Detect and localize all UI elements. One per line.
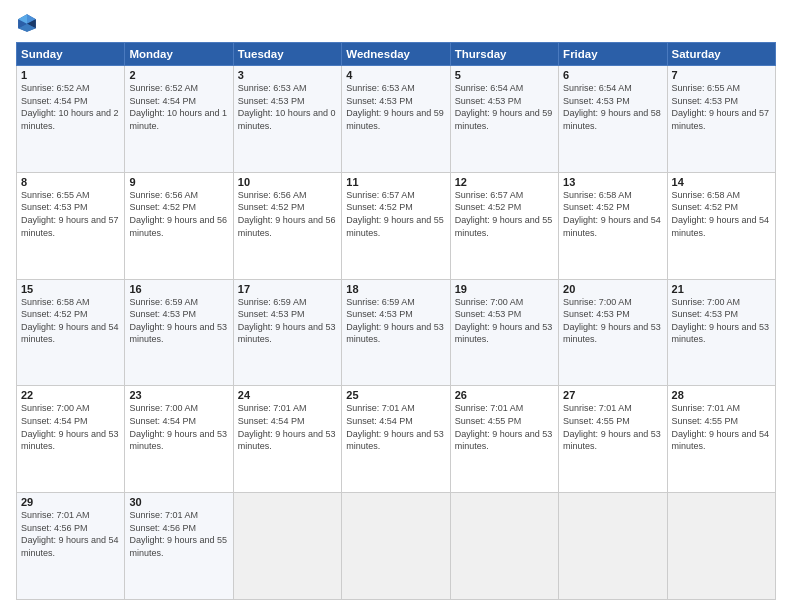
calendar-cell: 16Sunrise: 6:59 AM Sunset: 4:53 PM Dayli… bbox=[125, 279, 233, 386]
day-detail: Sunrise: 7:01 AM Sunset: 4:55 PM Dayligh… bbox=[563, 402, 662, 452]
day-number: 15 bbox=[21, 283, 120, 295]
calendar-cell: 13Sunrise: 6:58 AM Sunset: 4:52 PM Dayli… bbox=[559, 172, 667, 279]
day-detail: Sunrise: 6:57 AM Sunset: 4:52 PM Dayligh… bbox=[455, 189, 554, 239]
calendar-cell: 9Sunrise: 6:56 AM Sunset: 4:52 PM Daylig… bbox=[125, 172, 233, 279]
calendar-cell bbox=[559, 493, 667, 600]
calendar-cell bbox=[342, 493, 450, 600]
day-number: 24 bbox=[238, 389, 337, 401]
day-detail: Sunrise: 7:00 AM Sunset: 4:54 PM Dayligh… bbox=[21, 402, 120, 452]
day-detail: Sunrise: 6:53 AM Sunset: 4:53 PM Dayligh… bbox=[238, 82, 337, 132]
day-detail: Sunrise: 6:54 AM Sunset: 4:53 PM Dayligh… bbox=[563, 82, 662, 132]
day-detail: Sunrise: 6:52 AM Sunset: 4:54 PM Dayligh… bbox=[21, 82, 120, 132]
day-detail: Sunrise: 6:58 AM Sunset: 4:52 PM Dayligh… bbox=[563, 189, 662, 239]
calendar-cell: 27Sunrise: 7:01 AM Sunset: 4:55 PM Dayli… bbox=[559, 386, 667, 493]
day-detail: Sunrise: 6:57 AM Sunset: 4:52 PM Dayligh… bbox=[346, 189, 445, 239]
day-detail: Sunrise: 7:01 AM Sunset: 4:56 PM Dayligh… bbox=[21, 509, 120, 559]
calendar-cell: 26Sunrise: 7:01 AM Sunset: 4:55 PM Dayli… bbox=[450, 386, 558, 493]
calendar-cell: 22Sunrise: 7:00 AM Sunset: 4:54 PM Dayli… bbox=[17, 386, 125, 493]
day-detail: Sunrise: 6:56 AM Sunset: 4:52 PM Dayligh… bbox=[238, 189, 337, 239]
day-number: 12 bbox=[455, 176, 554, 188]
header bbox=[16, 12, 776, 34]
calendar-cell: 4Sunrise: 6:53 AM Sunset: 4:53 PM Daylig… bbox=[342, 66, 450, 173]
day-number: 14 bbox=[672, 176, 771, 188]
calendar-cell: 14Sunrise: 6:58 AM Sunset: 4:52 PM Dayli… bbox=[667, 172, 775, 279]
day-detail: Sunrise: 7:01 AM Sunset: 4:54 PM Dayligh… bbox=[238, 402, 337, 452]
calendar-cell: 19Sunrise: 7:00 AM Sunset: 4:53 PM Dayli… bbox=[450, 279, 558, 386]
day-detail: Sunrise: 7:01 AM Sunset: 4:54 PM Dayligh… bbox=[346, 402, 445, 452]
day-detail: Sunrise: 7:00 AM Sunset: 4:53 PM Dayligh… bbox=[563, 296, 662, 346]
day-detail: Sunrise: 7:01 AM Sunset: 4:55 PM Dayligh… bbox=[455, 402, 554, 452]
calendar-cell: 28Sunrise: 7:01 AM Sunset: 4:55 PM Dayli… bbox=[667, 386, 775, 493]
day-number: 23 bbox=[129, 389, 228, 401]
day-number: 30 bbox=[129, 496, 228, 508]
calendar-cell: 6Sunrise: 6:54 AM Sunset: 4:53 PM Daylig… bbox=[559, 66, 667, 173]
logo bbox=[16, 12, 42, 34]
day-detail: Sunrise: 7:00 AM Sunset: 4:53 PM Dayligh… bbox=[455, 296, 554, 346]
week-row-5: 29Sunrise: 7:01 AM Sunset: 4:56 PM Dayli… bbox=[17, 493, 776, 600]
calendar-cell: 17Sunrise: 6:59 AM Sunset: 4:53 PM Dayli… bbox=[233, 279, 341, 386]
calendar-cell: 1Sunrise: 6:52 AM Sunset: 4:54 PM Daylig… bbox=[17, 66, 125, 173]
day-detail: Sunrise: 6:55 AM Sunset: 4:53 PM Dayligh… bbox=[21, 189, 120, 239]
day-number: 10 bbox=[238, 176, 337, 188]
day-number: 17 bbox=[238, 283, 337, 295]
day-number: 19 bbox=[455, 283, 554, 295]
calendar-cell: 25Sunrise: 7:01 AM Sunset: 4:54 PM Dayli… bbox=[342, 386, 450, 493]
day-number: 22 bbox=[21, 389, 120, 401]
calendar-cell: 11Sunrise: 6:57 AM Sunset: 4:52 PM Dayli… bbox=[342, 172, 450, 279]
day-number: 1 bbox=[21, 69, 120, 81]
calendar-cell: 18Sunrise: 6:59 AM Sunset: 4:53 PM Dayli… bbox=[342, 279, 450, 386]
day-detail: Sunrise: 6:59 AM Sunset: 4:53 PM Dayligh… bbox=[346, 296, 445, 346]
calendar-cell: 2Sunrise: 6:52 AM Sunset: 4:54 PM Daylig… bbox=[125, 66, 233, 173]
day-number: 13 bbox=[563, 176, 662, 188]
weekday-header-monday: Monday bbox=[125, 43, 233, 66]
calendar-cell: 10Sunrise: 6:56 AM Sunset: 4:52 PM Dayli… bbox=[233, 172, 341, 279]
day-detail: Sunrise: 6:53 AM Sunset: 4:53 PM Dayligh… bbox=[346, 82, 445, 132]
day-detail: Sunrise: 6:56 AM Sunset: 4:52 PM Dayligh… bbox=[129, 189, 228, 239]
weekday-header-sunday: Sunday bbox=[17, 43, 125, 66]
week-row-4: 22Sunrise: 7:00 AM Sunset: 4:54 PM Dayli… bbox=[17, 386, 776, 493]
day-number: 11 bbox=[346, 176, 445, 188]
week-row-1: 1Sunrise: 6:52 AM Sunset: 4:54 PM Daylig… bbox=[17, 66, 776, 173]
day-detail: Sunrise: 6:52 AM Sunset: 4:54 PM Dayligh… bbox=[129, 82, 228, 132]
day-number: 29 bbox=[21, 496, 120, 508]
day-detail: Sunrise: 6:58 AM Sunset: 4:52 PM Dayligh… bbox=[21, 296, 120, 346]
day-number: 21 bbox=[672, 283, 771, 295]
calendar-cell: 3Sunrise: 6:53 AM Sunset: 4:53 PM Daylig… bbox=[233, 66, 341, 173]
calendar-cell: 23Sunrise: 7:00 AM Sunset: 4:54 PM Dayli… bbox=[125, 386, 233, 493]
calendar-cell: 21Sunrise: 7:00 AM Sunset: 4:53 PM Dayli… bbox=[667, 279, 775, 386]
page: SundayMondayTuesdayWednesdayThursdayFrid… bbox=[0, 0, 792, 612]
day-number: 8 bbox=[21, 176, 120, 188]
day-number: 4 bbox=[346, 69, 445, 81]
calendar-table: SundayMondayTuesdayWednesdayThursdayFrid… bbox=[16, 42, 776, 600]
calendar-cell: 30Sunrise: 7:01 AM Sunset: 4:56 PM Dayli… bbox=[125, 493, 233, 600]
day-number: 20 bbox=[563, 283, 662, 295]
calendar-cell bbox=[667, 493, 775, 600]
weekday-header-tuesday: Tuesday bbox=[233, 43, 341, 66]
day-detail: Sunrise: 6:59 AM Sunset: 4:53 PM Dayligh… bbox=[129, 296, 228, 346]
weekday-header-friday: Friday bbox=[559, 43, 667, 66]
calendar-cell bbox=[450, 493, 558, 600]
day-number: 27 bbox=[563, 389, 662, 401]
day-number: 7 bbox=[672, 69, 771, 81]
day-detail: Sunrise: 6:54 AM Sunset: 4:53 PM Dayligh… bbox=[455, 82, 554, 132]
day-number: 2 bbox=[129, 69, 228, 81]
weekday-header-row: SundayMondayTuesdayWednesdayThursdayFrid… bbox=[17, 43, 776, 66]
calendar-cell: 7Sunrise: 6:55 AM Sunset: 4:53 PM Daylig… bbox=[667, 66, 775, 173]
day-detail: Sunrise: 7:01 AM Sunset: 4:55 PM Dayligh… bbox=[672, 402, 771, 452]
day-number: 9 bbox=[129, 176, 228, 188]
day-number: 3 bbox=[238, 69, 337, 81]
calendar-cell bbox=[233, 493, 341, 600]
week-row-3: 15Sunrise: 6:58 AM Sunset: 4:52 PM Dayli… bbox=[17, 279, 776, 386]
day-detail: Sunrise: 6:59 AM Sunset: 4:53 PM Dayligh… bbox=[238, 296, 337, 346]
day-detail: Sunrise: 7:00 AM Sunset: 4:54 PM Dayligh… bbox=[129, 402, 228, 452]
day-number: 28 bbox=[672, 389, 771, 401]
day-number: 18 bbox=[346, 283, 445, 295]
day-number: 26 bbox=[455, 389, 554, 401]
calendar-cell: 24Sunrise: 7:01 AM Sunset: 4:54 PM Dayli… bbox=[233, 386, 341, 493]
calendar-cell: 20Sunrise: 7:00 AM Sunset: 4:53 PM Dayli… bbox=[559, 279, 667, 386]
weekday-header-thursday: Thursday bbox=[450, 43, 558, 66]
day-detail: Sunrise: 7:01 AM Sunset: 4:56 PM Dayligh… bbox=[129, 509, 228, 559]
calendar-cell: 15Sunrise: 6:58 AM Sunset: 4:52 PM Dayli… bbox=[17, 279, 125, 386]
day-number: 5 bbox=[455, 69, 554, 81]
logo-icon bbox=[16, 12, 38, 34]
